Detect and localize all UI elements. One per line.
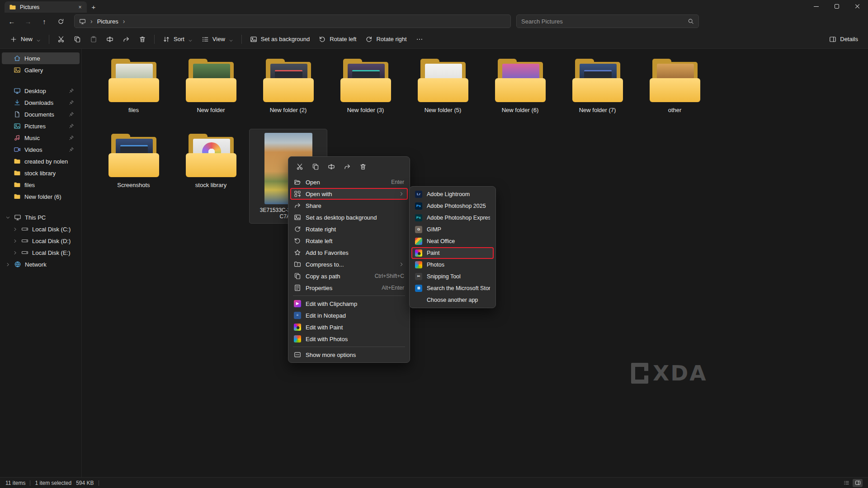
sidebar-item-documents[interactable]: Documents [2, 108, 80, 120]
tab-title: Pictures [20, 4, 72, 10]
minimize-button[interactable] [806, 0, 826, 13]
folder-tile-new-folder-6[interactable]: New folder (6) [481, 54, 559, 117]
sidebar-item-videos[interactable]: Videos [2, 144, 80, 155]
rename-button[interactable] [102, 32, 118, 47]
sidebar-item-local-disk-e[interactable]: Local Disk (E:) [2, 247, 80, 258]
menu-item-share[interactable]: Share [290, 200, 408, 211]
menu-item-gimp[interactable]: GGIMP [411, 224, 494, 235]
share-button[interactable] [118, 32, 134, 47]
menu-item-paint[interactable]: Paint [411, 247, 494, 259]
rotate-right-button[interactable]: Rotate right [361, 32, 411, 47]
menu-item-copy-as-path[interactable]: Copy as pathCtrl+Shift+C [290, 270, 408, 282]
folder-tile-new-folder[interactable]: New folder [172, 54, 250, 117]
forward-button[interactable]: → [20, 14, 36, 28]
folder-tile-other[interactable]: other [636, 54, 713, 117]
menu-item-snipping-tool[interactable]: ✂Snipping Tool [411, 271, 494, 282]
menu-item-adobe-photoshop-2025[interactable]: PsAdobe Photoshop 2025 [411, 200, 494, 212]
properties-icon [294, 284, 301, 291]
search-input[interactable] [521, 18, 684, 25]
sidebar-item-label: files [24, 182, 35, 188]
sidebar-item-desktop[interactable]: Desktop [2, 85, 80, 97]
copy-button[interactable] [69, 32, 85, 47]
menu-item-edit-in-notepad[interactable]: ≡Edit in Notepad [290, 310, 408, 321]
menu-item-show-more-options[interactable]: Show more options [290, 349, 408, 361]
menu-item-adobe-photoshop-express[interactable]: PsAdobe Photoshop Express [411, 212, 494, 224]
pin-icon [69, 112, 74, 117]
quick-action-rename-button[interactable] [325, 160, 338, 173]
menu-item-open-with[interactable]: Open with [290, 188, 408, 200]
sidebar-item-stock-library[interactable]: stock library [2, 167, 80, 179]
back-button[interactable]: ← [4, 14, 20, 28]
sidebar-item-music[interactable]: Music [2, 132, 80, 144]
folder-tile-stock-library[interactable]: stock library [172, 129, 250, 192]
maximize-icon [835, 4, 839, 9]
explorer-tab[interactable]: Pictures × [5, 1, 87, 13]
menu-item-properties[interactable]: PropertiesAlt+Enter [290, 282, 408, 294]
menu-item-set-as-desktop-background[interactable]: Set as desktop background [290, 211, 408, 223]
sidebar-item-this-pc[interactable]: This PC [2, 211, 80, 223]
sidebar-item-home[interactable]: Home [2, 52, 80, 64]
details-view-toggle[interactable] [841, 479, 851, 487]
up-button[interactable]: ↑ [36, 14, 52, 28]
menu-item-label: Rotate left [306, 238, 404, 244]
tab-close-button[interactable]: × [76, 3, 84, 11]
address-bar[interactable]: › Pictures › [74, 14, 511, 28]
quick-action-copy-button[interactable] [309, 160, 322, 173]
menu-item-adobe-lightroom[interactable]: LrAdobe Lightroom [411, 188, 494, 200]
menu-item-add-to-favorites[interactable]: Add to Favorites [290, 247, 408, 258]
breadcrumb-pictures[interactable]: Pictures [97, 18, 118, 25]
search-box[interactable] [516, 14, 699, 28]
menu-item-open[interactable]: OpenEnter [290, 176, 408, 188]
menu-item-edit-with-clipchamp[interactable]: ▶Edit with Clipchamp [290, 298, 408, 310]
folder-tile-label: New folder (3) [347, 107, 384, 113]
menu-item-choose-another-app[interactable]: Choose another app [411, 294, 494, 306]
folder-tile-screenshots[interactable]: Screenshots [95, 129, 172, 192]
refresh-button[interactable] [52, 14, 69, 28]
sidebar-item-downloads[interactable]: Downloads [2, 97, 80, 108]
open-icon-wrap [294, 178, 301, 186]
delete-button[interactable] [134, 32, 151, 47]
menu-item-label: Adobe Photoshop 2025 [427, 203, 490, 209]
menu-item-photos[interactable]: Photos [411, 259, 494, 271]
set-as-background-label: Set as background [261, 36, 310, 42]
sidebar-item-gallery[interactable]: Gallery [2, 64, 80, 76]
quick-action-cut-button[interactable] [293, 160, 307, 173]
sidebar-item-label: Gallery [24, 67, 43, 74]
folder-tile-new-folder-5[interactable]: New folder (5) [404, 54, 481, 117]
details-pane-button[interactable]: Details [825, 32, 863, 47]
icons-view-toggle[interactable] [853, 479, 863, 487]
menu-item-rotate-right[interactable]: Rotate right [290, 223, 408, 235]
view-button[interactable]: View [197, 32, 238, 47]
menu-item-compress-to[interactable]: Compress to... [290, 258, 408, 270]
menu-item-search-the-microsoft-store[interactable]: ⊞Search the Microsoft Store [411, 282, 494, 294]
quick-action-delete-button[interactable] [356, 160, 370, 173]
folder-tile-new-folder-7[interactable]: New folder (7) [559, 54, 636, 117]
close-button[interactable] [847, 0, 868, 13]
sidebar-item-created-by-nolen[interactable]: created by nolen [2, 155, 80, 167]
menu-item-edit-with-paint[interactable]: Edit with Paint [290, 321, 408, 333]
sidebar-item-local-disk-c[interactable]: Local Disk (C:) [2, 223, 80, 235]
menu-item-neat-office[interactable]: Neat Office [411, 235, 494, 247]
sort-button[interactable]: Sort [158, 32, 197, 47]
rotate-left-button[interactable]: Rotate left [314, 32, 361, 47]
folder-tile-new-folder-3[interactable]: New folder (3) [327, 54, 404, 117]
maximize-button[interactable] [826, 0, 847, 13]
folder-icon [106, 58, 162, 102]
folder-tile-new-folder-2[interactable]: New folder (2) [250, 54, 327, 117]
sidebar-item-network[interactable]: Network [2, 258, 80, 270]
sidebar-item-pictures[interactable]: Pictures [2, 120, 80, 132]
new-tab-button[interactable]: + [87, 1, 100, 13]
sidebar-item-files[interactable]: files [2, 179, 80, 191]
more-options-button[interactable] [411, 32, 428, 47]
new-button[interactable]: New [5, 32, 45, 47]
paste-button[interactable] [85, 32, 102, 47]
rotate-left-icon-wrap [319, 36, 326, 43]
sidebar-item-local-disk-d[interactable]: Local Disk (D:) [2, 235, 80, 247]
cut-button[interactable] [53, 32, 69, 47]
folder-tile-files[interactable]: files [95, 54, 172, 117]
menu-item-edit-with-photos[interactable]: Edit with Photos [290, 333, 408, 345]
sidebar-item-new-folder-6[interactable]: New folder (6) [2, 191, 80, 202]
menu-item-rotate-left[interactable]: Rotate left [290, 235, 408, 247]
quick-action-share-button[interactable] [340, 160, 354, 173]
set-as-background-button[interactable]: Set as background [245, 32, 314, 47]
